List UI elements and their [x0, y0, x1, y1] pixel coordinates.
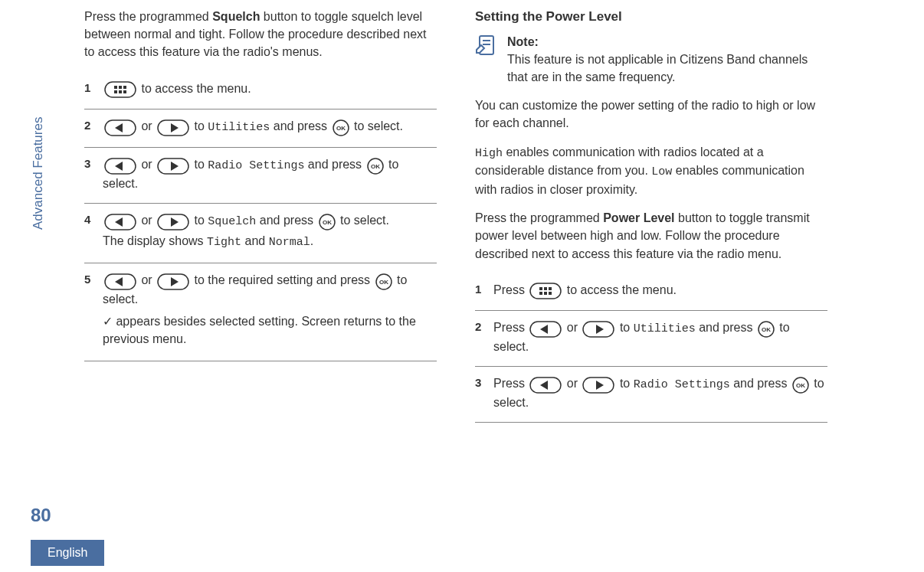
ok-button-icon	[333, 118, 349, 136]
right-arrow-icon	[157, 156, 189, 175]
text: and press	[304, 158, 365, 171]
menu-item: Utilities	[208, 121, 270, 134]
text: to	[191, 158, 208, 171]
text: to select.	[337, 214, 389, 227]
text: appears besides selected setting. Screen…	[103, 315, 416, 345]
ok-button-icon	[319, 212, 336, 230]
left-column: Press the programmed Squelch button to t…	[84, 8, 437, 423]
text: to select.	[351, 119, 403, 132]
paragraph: You can customize the power setting of t…	[475, 96, 827, 132]
squelch-intro: Press the programmed Squelch button to t…	[84, 8, 437, 61]
step-body: or to Squelch and press to select. The d…	[103, 211, 437, 253]
ok-button-icon	[792, 375, 809, 394]
menu-button-icon	[104, 80, 136, 98]
ok-button-icon	[367, 156, 384, 175]
step-number: 1	[84, 80, 103, 99]
text: Press	[493, 377, 528, 390]
step-number: 3	[475, 374, 493, 411]
step-2: 2 or to Utilities and press to select.	[84, 109, 437, 148]
right-arrow-icon	[157, 118, 189, 136]
text: or	[563, 321, 581, 334]
right-arrow-icon	[582, 375, 614, 394]
step-body: or to the required setting and press to …	[103, 271, 437, 349]
text: and	[241, 234, 269, 247]
step-body: or to Utilities and press to select.	[103, 117, 437, 136]
menu-item: Tight	[207, 236, 241, 249]
text: or	[138, 214, 156, 227]
text: to	[616, 321, 633, 334]
text: Press	[493, 283, 528, 296]
step-1: 1 to access the menu.	[84, 72, 437, 110]
language-tab: English	[31, 540, 104, 566]
text-bold: Squelch	[212, 10, 260, 23]
note-block: Note: This feature is not applicable in …	[475, 33, 827, 87]
text: and press	[730, 377, 791, 390]
menu-item: Utilities	[634, 322, 696, 335]
left-arrow-icon	[529, 375, 562, 394]
left-arrow-icon	[104, 118, 136, 136]
step-3: 3 or to Radio Settings and press to sele…	[84, 148, 437, 204]
text: or	[138, 158, 156, 171]
text: to	[191, 214, 208, 227]
note-label: Note:	[507, 35, 539, 48]
step-1: 1 Press to access the menu.	[475, 273, 827, 312]
ok-button-icon	[758, 319, 775, 338]
text: or	[563, 377, 581, 390]
text-bold: Power Level	[603, 211, 674, 224]
menu-item: Normal	[269, 236, 310, 249]
right-arrow-icon	[157, 272, 189, 290]
text: Press	[493, 321, 528, 334]
step-2: 2 Press or to Utilities and press to sel…	[475, 311, 827, 367]
step-body: or to Radio Settings and press to select…	[103, 155, 437, 192]
note-text: This feature is not applicable in Citize…	[507, 53, 808, 83]
right-column: Setting the Power Level Note: This featu…	[475, 8, 827, 423]
check-icon: ✓	[103, 315, 113, 328]
step-4: 4 or to Squelch and press to select. The…	[84, 204, 437, 264]
step-body: Press to access the menu.	[493, 281, 827, 300]
text: to the required setting and press	[191, 273, 373, 286]
menu-item: Radio Settings	[208, 159, 304, 172]
text: .	[310, 234, 313, 247]
left-arrow-icon	[104, 272, 136, 290]
step-number: 2	[475, 319, 493, 355]
step-number: 1	[475, 281, 493, 300]
text: Press the programmed	[475, 211, 603, 224]
text: to access the menu.	[563, 283, 677, 296]
step-number: 3	[84, 155, 103, 192]
text: or	[138, 119, 156, 132]
menu-button-icon	[529, 282, 562, 300]
menu-item: Low	[651, 165, 672, 178]
paragraph: High enables communication with radios l…	[475, 143, 827, 199]
menu-item: Squelch	[208, 215, 256, 228]
section-tab: Advanced Features	[31, 117, 46, 230]
text: and press	[270, 119, 330, 132]
left-arrow-icon	[104, 212, 136, 230]
text: to access the menu.	[138, 82, 251, 95]
left-arrow-icon	[529, 319, 562, 338]
text: and press	[256, 214, 316, 227]
step-body: to access the menu.	[103, 80, 437, 99]
right-arrow-icon	[157, 212, 189, 230]
text: The display shows	[103, 234, 207, 247]
step-5: 5 or to the required setting and press t…	[84, 263, 437, 361]
text: or	[138, 273, 156, 286]
page-number: 80	[31, 505, 51, 526]
step-number: 4	[84, 211, 103, 253]
text: and press	[696, 321, 756, 334]
text: to	[616, 377, 633, 390]
step-number: 5	[84, 271, 103, 349]
section-heading: Setting the Power Level	[475, 8, 827, 27]
text: Press the programmed	[84, 10, 212, 23]
step-number: 2	[84, 117, 103, 136]
step-body: Press or to Utilities and press to selec…	[493, 319, 827, 355]
right-arrow-icon	[582, 319, 614, 338]
step-body: Press or to Radio Settings and press to …	[493, 374, 827, 411]
menu-item: Radio Settings	[634, 378, 730, 391]
note-body: Note: This feature is not applicable in …	[507, 33, 827, 87]
note-icon	[475, 34, 498, 57]
menu-item: High	[475, 147, 503, 160]
left-arrow-icon	[104, 156, 136, 175]
step-3: 3 Press or to Radio Settings and press t…	[475, 367, 827, 423]
paragraph: Press the programmed Power Level button …	[475, 209, 827, 263]
ok-button-icon	[375, 272, 392, 290]
